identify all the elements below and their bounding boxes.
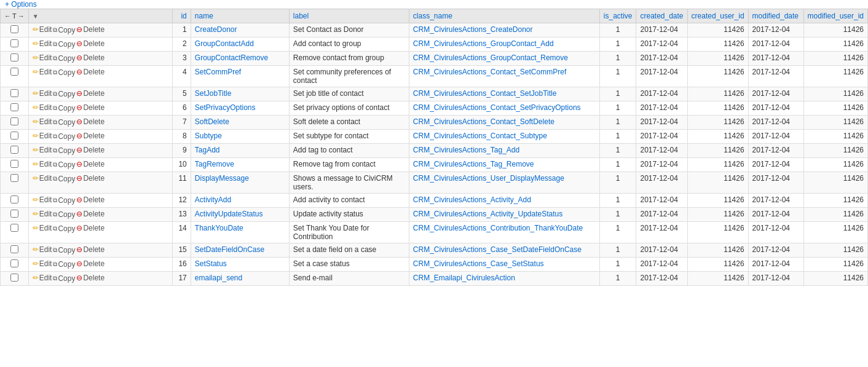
copy-button[interactable]: ⧉ Copy [53, 54, 75, 63]
nav-forward[interactable]: → [18, 12, 25, 20]
delete-button[interactable]: ⊖ Delete [76, 103, 105, 112]
copy-button[interactable]: ⧉ Copy [53, 68, 75, 77]
name-link[interactable]: TagRemove [195, 160, 234, 168]
class-name-link[interactable]: CRM_CivirulesActions_Contact_SetCommPref [413, 68, 566, 76]
copy-button[interactable]: ⧉ Copy [53, 175, 75, 183]
delete-button[interactable]: ⊖ Delete [76, 146, 105, 154]
copy-button[interactable]: ⧉ Copy [53, 118, 75, 127]
options-link[interactable]: + Options [0, 0, 42, 11]
row-checkbox[interactable] [10, 89, 18, 97]
name-link[interactable]: DisplayMessage [195, 174, 249, 183]
nav-back[interactable]: ← [4, 12, 11, 20]
name-link[interactable]: SetJobTitle [195, 89, 232, 98]
copy-button[interactable]: ⧉ Copy [53, 104, 75, 112]
row-checkbox[interactable] [10, 224, 18, 232]
delete-button[interactable]: ⊖ Delete [76, 53, 105, 62]
name-link[interactable]: ActivityAdd [195, 195, 231, 204]
class-name-link[interactable]: CRM_CivirulesActions_Tag_Remove [413, 160, 534, 168]
edit-button[interactable]: ✏ Edit [33, 68, 52, 76]
name-link[interactable]: SetCommPref [195, 68, 241, 76]
copy-button[interactable]: ⧉ Copy [53, 146, 75, 155]
col-header-id[interactable]: id [172, 9, 191, 23]
class-name-link[interactable]: CRM_Emailapi_CivirulesAction [413, 274, 515, 282]
edit-button[interactable]: ✏ Edit [33, 132, 52, 140]
edit-button[interactable]: ✏ Edit [33, 160, 52, 168]
edit-button[interactable]: ✏ Edit [33, 53, 52, 62]
edit-button[interactable]: ✏ Edit [33, 195, 52, 204]
delete-button[interactable]: ⊖ Delete [76, 160, 105, 168]
delete-button[interactable]: ⊖ Delete [76, 259, 105, 268]
delete-button[interactable]: ⊖ Delete [76, 245, 105, 254]
class-name-link[interactable]: CRM_CivirulesActions_Contact_Subtype [413, 132, 547, 140]
name-link[interactable]: emailapi_send [195, 274, 242, 282]
class-name-link[interactable]: CRM_CivirulesActions_Activity_UpdateStat… [413, 210, 562, 218]
top-bar[interactable]: + Options [0, 0, 868, 9]
delete-button[interactable]: ⊖ Delete [76, 132, 105, 140]
copy-button[interactable]: ⧉ Copy [53, 210, 75, 219]
copy-button[interactable]: ⧉ Copy [53, 196, 75, 205]
edit-button[interactable]: ✏ Edit [33, 89, 52, 98]
delete-button[interactable]: ⊖ Delete [76, 25, 105, 34]
copy-button[interactable]: ⧉ Copy [53, 274, 75, 283]
class-name-link[interactable]: CRM_CivirulesActions_User_DisplayMessage [413, 174, 564, 183]
class-name-link[interactable]: CRM_CivirulesActions_Tag_Add [413, 146, 519, 154]
row-checkbox[interactable] [10, 39, 18, 47]
col-header-created-date[interactable]: created_date [636, 9, 687, 23]
row-checkbox[interactable] [10, 160, 18, 168]
delete-button[interactable]: ⊖ Delete [76, 224, 105, 232]
name-link[interactable]: GroupContactRemove [195, 53, 268, 62]
delete-button[interactable]: ⊖ Delete [76, 68, 105, 76]
copy-button[interactable]: ⧉ Copy [53, 160, 75, 169]
name-link[interactable]: ActivityUpdateStatus [195, 210, 263, 218]
row-checkbox[interactable] [10, 117, 18, 125]
class-name-link[interactable]: CRM_CivirulesActions_Case_SetDateFieldOn… [413, 245, 582, 254]
copy-button[interactable]: ⧉ Copy [53, 246, 75, 255]
row-checkbox[interactable] [10, 146, 18, 154]
edit-button[interactable]: ✏ Edit [33, 210, 52, 218]
edit-button[interactable]: ✏ Edit [33, 39, 52, 48]
class-name-link[interactable]: CRM_CivirulesActions_GroupContact_Remove [413, 53, 568, 62]
name-link[interactable]: Subtype [195, 132, 222, 140]
name-link[interactable]: GroupContactAdd [195, 39, 254, 48]
copy-button[interactable]: ⧉ Copy [53, 132, 75, 141]
row-checkbox[interactable] [10, 274, 18, 282]
row-checkbox[interactable] [10, 25, 18, 33]
edit-button[interactable]: ✏ Edit [33, 224, 52, 232]
row-checkbox[interactable] [10, 210, 18, 218]
name-link[interactable]: SetDateFieldOnCase [195, 245, 264, 254]
row-checkbox[interactable] [10, 245, 18, 253]
name-link[interactable]: SetPrivacyOptions [195, 103, 256, 112]
col-header-created-user-id[interactable]: created_user_id [687, 9, 748, 23]
row-checkbox[interactable] [10, 103, 18, 111]
row-checkbox[interactable] [10, 132, 18, 140]
col-header-modified-user-id[interactable]: modified_user_id [803, 9, 867, 23]
delete-button[interactable]: ⊖ Delete [76, 174, 105, 183]
edit-button[interactable]: ✏ Edit [33, 117, 52, 126]
name-link[interactable]: ThankYouDate [195, 224, 243, 232]
col-header-label[interactable]: label [289, 9, 409, 23]
copy-button[interactable]: ⧉ Copy [53, 90, 75, 98]
name-link[interactable]: CreateDonor [195, 25, 237, 34]
row-checkbox[interactable] [10, 68, 18, 76]
row-checkbox[interactable] [10, 195, 18, 203]
col-header-name[interactable]: name [191, 9, 289, 23]
delete-button[interactable]: ⊖ Delete [76, 274, 105, 282]
class-name-link[interactable]: CRM_CivirulesActions_CreateDonor [413, 25, 533, 34]
class-name-link[interactable]: CRM_CivirulesActions_Case_SetStatus [413, 259, 544, 268]
copy-button[interactable]: ⧉ Copy [53, 260, 75, 269]
col-header-modified-date[interactable]: modified_date [748, 9, 803, 23]
filter-arrow[interactable]: ▼ [33, 13, 39, 20]
name-link[interactable]: SoftDelete [195, 117, 229, 126]
edit-button[interactable]: ✏ Edit [33, 245, 52, 254]
delete-button[interactable]: ⊖ Delete [76, 89, 105, 98]
row-checkbox[interactable] [10, 259, 18, 267]
delete-button[interactable]: ⊖ Delete [76, 195, 105, 204]
name-link[interactable]: TagAdd [195, 146, 220, 154]
row-checkbox[interactable] [10, 53, 18, 61]
edit-button[interactable]: ✏ Edit [33, 146, 52, 154]
class-name-link[interactable]: CRM_CivirulesActions_GroupContact_Add [413, 39, 554, 48]
delete-button[interactable]: ⊖ Delete [76, 210, 105, 218]
col-header-class-name[interactable]: class_name [409, 9, 599, 23]
class-name-link[interactable]: CRM_CivirulesActions_Contact_SetJobTitle [413, 89, 557, 98]
copy-button[interactable]: ⧉ Copy [53, 224, 75, 233]
